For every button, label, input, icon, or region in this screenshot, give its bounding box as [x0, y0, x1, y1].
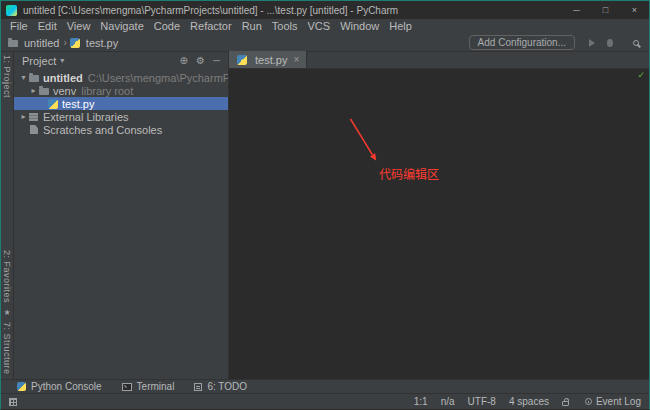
- menu-navigate[interactable]: Navigate: [95, 19, 148, 34]
- chevron-collapsed-icon[interactable]: ▸: [29, 86, 38, 95]
- window-controls: ─ □ ×: [562, 1, 649, 19]
- project-tree: ▾ untitled C:\Users\mengma\PycharmProjec…: [14, 69, 228, 136]
- folder-icon: [39, 88, 49, 95]
- debug-icon[interactable]: [607, 39, 613, 47]
- event-log-label[interactable]: Event Log: [596, 396, 641, 407]
- gear-icon[interactable]: ⚙: [196, 56, 205, 66]
- left-stripe-bottom: 2: Favorites ★ 7: Structure: [2, 250, 12, 375]
- menu-refactor[interactable]: Refactor: [185, 19, 237, 34]
- add-configuration-button[interactable]: Add Configuration...: [469, 35, 575, 50]
- line-separator[interactable]: n/a: [441, 396, 455, 407]
- tree-scratches-name: Scratches and Consoles: [43, 124, 162, 136]
- readonly-lock-icon[interactable]: [562, 401, 569, 406]
- menu-tools[interactable]: Tools: [267, 19, 303, 34]
- annotation-arrow: [229, 69, 649, 379]
- main-area: 1: Project 2: Favorites ★ 7: Structure P…: [1, 52, 649, 379]
- tree-row-project-root[interactable]: ▾ untitled C:\Users\mengma\PycharmProjec…: [14, 71, 228, 84]
- python-file-icon: [237, 55, 247, 65]
- close-button[interactable]: ×: [620, 1, 649, 19]
- favorites-star-icon[interactable]: ★: [3, 308, 10, 317]
- tree-external-libraries-name: External Libraries: [43, 111, 129, 123]
- tool-button-todo[interactable]: 6: TODO: [194, 381, 247, 392]
- project-panel-header: Project ▾ ⊕ ⚙ ─: [14, 52, 228, 69]
- left-tool-stripe: 1: Project 2: Favorites ★ 7: Structure: [1, 52, 14, 379]
- tree-testpy-name: test.py: [62, 98, 94, 110]
- tool-button-python-console[interactable]: Python Console: [17, 381, 102, 392]
- chevron-collapsed-icon[interactable]: ▸: [19, 112, 28, 121]
- event-log-icon[interactable]: [585, 398, 592, 405]
- editor-tab-label: test.py: [255, 54, 287, 66]
- close-tab-icon[interactable]: ×: [293, 54, 299, 65]
- chevron-down-icon[interactable]: ▾: [60, 56, 64, 65]
- tree-row-venv[interactable]: ▸ venv library root: [14, 84, 228, 97]
- maximize-button[interactable]: □: [591, 1, 620, 19]
- menu-file[interactable]: File: [5, 19, 33, 34]
- run-icon[interactable]: [589, 39, 595, 47]
- menu-vcs[interactable]: VCS: [303, 19, 336, 34]
- file-encoding[interactable]: UTF-8: [468, 396, 496, 407]
- tool-button-structure[interactable]: 7: Structure: [2, 322, 12, 375]
- pycharm-window: { "window": { "title": "untitled [C:\\Us…: [0, 0, 650, 410]
- scratches-icon: [30, 125, 38, 134]
- search-everywhere-icon[interactable]: [633, 40, 639, 46]
- python-file-icon: [48, 99, 58, 109]
- tree-row-scratches[interactable]: Scratches and Consoles: [14, 123, 228, 136]
- bottom-tool-bar: Python Console Terminal 6: TODO: [1, 379, 649, 393]
- tool-button-favorites[interactable]: 2: Favorites: [2, 250, 12, 303]
- menu-view[interactable]: View: [62, 19, 96, 34]
- navigation-bar: untitled › test.py Add Configuration...: [1, 34, 649, 52]
- chevron-expanded-icon[interactable]: ▾: [19, 73, 28, 82]
- breadcrumb-separator: ›: [63, 37, 66, 48]
- tree-row-testpy[interactable]: test.py: [14, 97, 228, 110]
- tool-button-project[interactable]: 1: Project: [2, 55, 12, 98]
- menu-run[interactable]: Run: [237, 19, 267, 34]
- todo-icon: [194, 383, 202, 391]
- terminal-icon: [122, 383, 132, 391]
- tool-window-switcher-icon[interactable]: [9, 398, 17, 406]
- todo-label: 6: TODO: [207, 381, 247, 392]
- tree-project-path: C:\Users\mengma\PycharmProjects\untitled: [88, 72, 228, 84]
- terminal-label: Terminal: [137, 381, 175, 392]
- titlebar: untitled [C:\Users\mengma\PycharmProject…: [1, 1, 649, 19]
- status-bar: 1:1 n/a UTF-8 4 spaces Event Log: [1, 393, 649, 409]
- hide-panel-icon[interactable]: ─: [213, 56, 220, 66]
- menu-code[interactable]: Code: [149, 19, 185, 34]
- tree-venv-detail: library root: [81, 85, 133, 97]
- breadcrumb-project[interactable]: untitled: [24, 37, 59, 49]
- menubar: File Edit View Navigate Code Refactor Ru…: [1, 19, 649, 34]
- python-console-icon: [17, 382, 26, 391]
- python-file-icon: [70, 38, 80, 48]
- project-folder-icon: [8, 40, 18, 47]
- window-title: untitled [C:\Users\mengma\PycharmProject…: [23, 5, 562, 16]
- tool-button-terminal[interactable]: Terminal: [122, 381, 175, 392]
- tree-venv-name: venv: [53, 85, 76, 97]
- python-console-label: Python Console: [31, 381, 102, 392]
- libraries-icon: [29, 113, 38, 121]
- editor-tabbar: test.py ×: [229, 52, 649, 69]
- annotation-text: 代码编辑区: [379, 165, 439, 182]
- menu-window[interactable]: Window: [335, 19, 384, 34]
- editor-area: test.py × ✓ 代码编辑区: [229, 52, 649, 379]
- minimize-button[interactable]: ─: [562, 1, 591, 19]
- locate-file-icon[interactable]: ⊕: [180, 56, 188, 66]
- caret-position[interactable]: 1:1: [414, 396, 428, 407]
- menu-edit[interactable]: Edit: [33, 19, 62, 34]
- folder-icon: [29, 75, 39, 82]
- project-panel: Project ▾ ⊕ ⚙ ─ ▾ untitled C:\Users\meng…: [14, 52, 229, 379]
- indent-setting[interactable]: 4 spaces: [509, 396, 549, 407]
- editor-tab-testpy[interactable]: test.py ×: [229, 51, 307, 68]
- tree-row-external-libraries[interactable]: ▸ External Libraries: [14, 110, 228, 123]
- project-panel-title[interactable]: Project: [22, 55, 56, 67]
- breadcrumb-file[interactable]: test.py: [86, 37, 118, 49]
- tree-project-name: untitled: [43, 72, 83, 84]
- menu-help[interactable]: Help: [384, 19, 417, 34]
- code-editor[interactable]: ✓ 代码编辑区: [229, 69, 649, 379]
- pycharm-logo-icon: [6, 5, 17, 16]
